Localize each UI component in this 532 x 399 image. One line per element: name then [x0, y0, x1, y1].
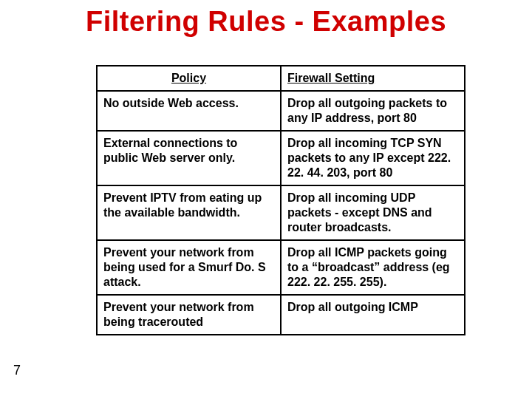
cell-setting: Drop all ICMP packets going to a “broadc…: [281, 240, 465, 295]
slide: Filtering Rules - Examples Policy Firewa…: [0, 0, 532, 399]
cell-setting: Drop all incoming UDP packets - except D…: [281, 185, 465, 240]
header-policy: Policy: [97, 66, 281, 91]
cell-policy: Prevent IPTV from eating up the availabl…: [97, 185, 281, 240]
table-header-row: Policy Firewall Setting: [97, 66, 465, 91]
rules-table-container: Policy Firewall Setting No outside Web a…: [96, 65, 466, 335]
table-row: Prevent your network from being tracerou…: [97, 295, 465, 335]
slide-title: Filtering Rules - Examples: [0, 6, 532, 38]
cell-setting: Drop all incoming TCP SYN packets to any…: [281, 131, 465, 185]
cell-policy: Prevent your network from being tracerou…: [97, 295, 281, 335]
table-row: Prevent IPTV from eating up the availabl…: [97, 185, 465, 240]
table-row: No outside Web access. Drop all outgoing…: [97, 91, 465, 131]
cell-policy: No outside Web access.: [97, 91, 281, 131]
cell-setting: Drop all outgoing ICMP: [281, 295, 465, 335]
cell-policy: Prevent your network from being used for…: [97, 240, 281, 295]
cell-policy: External connections to public Web serve…: [97, 131, 281, 185]
header-setting: Firewall Setting: [281, 66, 465, 91]
cell-setting: Drop all outgoing packets to any IP addr…: [281, 91, 465, 131]
rules-table: Policy Firewall Setting No outside Web a…: [96, 65, 466, 335]
table-row: External connections to public Web serve…: [97, 131, 465, 185]
table-row: Prevent your network from being used for…: [97, 240, 465, 295]
page-number: 7: [13, 363, 21, 378]
